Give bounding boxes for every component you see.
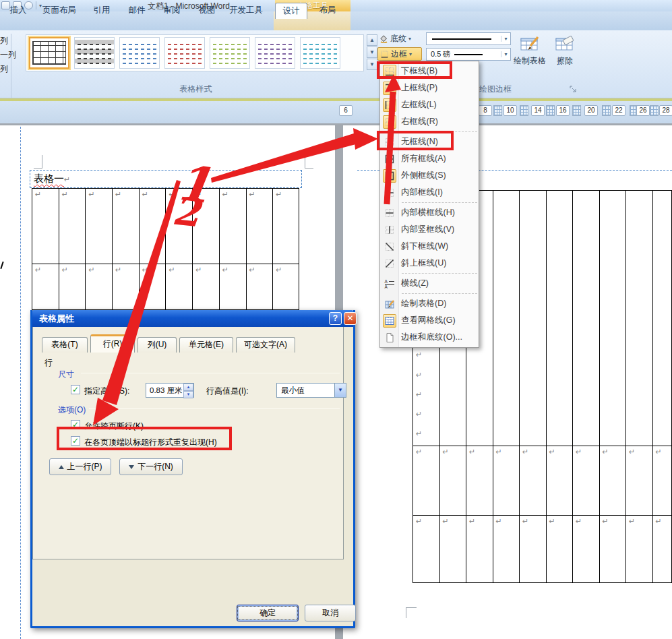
- table-cell[interactable]: ↵: [113, 189, 140, 264]
- menu-item-border-diagonal-down[interactable]: 斜下框线(W): [380, 238, 479, 255]
- spin-down-icon[interactable]: ▼: [183, 391, 193, 398]
- dialog-tab-单元格(E)[interactable]: 单元格(E): [179, 337, 233, 353]
- table-cell[interactable]: ↵: [32, 264, 59, 310]
- dialog-help-button[interactable]: ?: [329, 312, 342, 325]
- horizontal-ruler[interactable]: 6810141620222628: [0, 101, 672, 123]
- table-cell[interactable]: ↵: [220, 189, 247, 264]
- tab-布局[interactable]: 布局: [311, 3, 344, 19]
- table-cell[interactable]: ↵: [220, 264, 247, 310]
- table-cell[interactable]: ↵: [59, 189, 86, 264]
- borders-button[interactable]: 边框 ▾: [377, 47, 422, 61]
- table-cell[interactable]: ↵: [273, 264, 299, 310]
- table-style-thumb[interactable]: [300, 37, 340, 69]
- ruler-table-marker-icon[interactable]: [650, 105, 659, 116]
- table-cell[interactable]: ↵: [413, 446, 440, 515]
- row-height-select[interactable]: 最小值 ▼: [276, 383, 346, 398]
- table-style-thumb[interactable]: [119, 37, 160, 69]
- ruler-table-marker-icon[interactable]: [520, 105, 528, 116]
- table-cell[interactable]: ↵: [440, 515, 467, 583]
- menu-item-border-outside[interactable]: 外侧框线(S): [380, 167, 479, 184]
- table-cell[interactable]: ↵: [493, 515, 520, 583]
- menu-item-borders-shading[interactable]: 边框和底纹(O)...: [380, 329, 479, 346]
- spin-up-icon[interactable]: ▲: [183, 384, 193, 391]
- menu-item-border-inside-horizontal[interactable]: 内部横框线(H): [380, 204, 479, 221]
- menu-item-border-diagonal-up[interactable]: 斜上框线(U): [380, 255, 479, 272]
- table-cell[interactable]: ↵: [113, 264, 140, 310]
- menu-item-border-left[interactable]: 左框线(L): [380, 96, 479, 113]
- table-cell[interactable]: ↵: [547, 446, 574, 515]
- gallery-more-icon[interactable]: ▼: [367, 59, 377, 70]
- draw-borders-dialog-launcher-icon[interactable]: [570, 84, 577, 91]
- previous-row-button[interactable]: 上一行(P): [49, 458, 111, 475]
- table-cell[interactable]: ↵: [140, 189, 166, 264]
- table-cell[interactable]: ↵: [466, 446, 493, 515]
- tab-页面布局[interactable]: 页面布局: [36, 3, 82, 19]
- tab-设计[interactable]: 设计: [275, 3, 307, 19]
- dialog-tab-表格(T)[interactable]: 表格(T): [42, 337, 88, 353]
- menu-item-border-inside[interactable]: 内部框线(I): [380, 184, 479, 201]
- table-cell[interactable]: ↵: [86, 264, 113, 310]
- height-spinner[interactable]: 0.83 厘米 ▲▼: [146, 383, 194, 398]
- table-cell[interactable]: ↵: [32, 189, 59, 264]
- menu-item-border-top[interactable]: 上框线(P): [380, 80, 479, 96]
- repeat-header-checkbox[interactable]: ✓: [71, 436, 80, 446]
- allow-row-break-checkbox[interactable]: ✓: [71, 420, 80, 429]
- draw-table-button[interactable]: 绘制表格: [512, 32, 547, 71]
- table-cell[interactable]: [626, 191, 653, 446]
- tab-引用[interactable]: 引用: [88, 3, 116, 19]
- table-style-thumb[interactable]: [255, 37, 295, 69]
- dialog-title-bar[interactable]: 表格属性: [32, 310, 353, 327]
- table-cell[interactable]: ↵: [247, 264, 274, 310]
- table-cell[interactable]: ↵: [86, 189, 113, 264]
- menu-item-border-none[interactable]: 无框线(N): [380, 133, 479, 150]
- table-cell[interactable]: [520, 191, 547, 446]
- table-cell[interactable]: ↵: [166, 189, 193, 264]
- table-cell[interactable]: ↵: [59, 264, 86, 310]
- tab-开发工具[interactable]: 开发工具: [226, 3, 266, 19]
- ruler-table-marker-icon[interactable]: [546, 105, 555, 116]
- dialog-tab-行(R)[interactable]: 行(R): [90, 334, 135, 353]
- table-style-thumb[interactable]: [164, 37, 205, 69]
- menu-item-horizontal-line[interactable]: AA横线(Z): [380, 275, 479, 292]
- table-caption-text[interactable]: 表格一↵: [34, 173, 70, 185]
- table-cell[interactable]: [573, 191, 600, 446]
- table-cell[interactable]: ↵: [653, 446, 672, 515]
- ruler-table-marker-icon[interactable]: [572, 105, 581, 116]
- table-cell[interactable]: ↵: [520, 446, 547, 515]
- table-cell[interactable]: ↵: [273, 189, 299, 264]
- gallery-scroll-up-icon[interactable]: ▲: [367, 34, 377, 46]
- table-cell[interactable]: ↵: [653, 515, 672, 583]
- table-cell[interactable]: [493, 191, 520, 446]
- cancel-button[interactable]: 取消: [305, 605, 356, 621]
- combo-arrow-icon[interactable]: ▼: [334, 384, 346, 397]
- table-cell[interactable]: ↵: [626, 515, 653, 583]
- table-cell[interactable]: ↵: [600, 446, 627, 515]
- menu-item-draw-table[interactable]: 绘制表格(D): [380, 295, 479, 312]
- table-cell[interactable]: ↵: [600, 515, 627, 583]
- tab-审阅[interactable]: 审阅: [158, 3, 186, 19]
- table-cell[interactable]: [653, 191, 672, 446]
- tab-邮件[interactable]: 邮件: [123, 3, 151, 19]
- table-style-thumb[interactable]: [29, 37, 69, 69]
- table-cell[interactable]: ↵: [466, 515, 493, 583]
- menu-item-border-bottom[interactable]: 下框线(B): [380, 63, 479, 80]
- dialog-tab-列(U)[interactable]: 列(U): [138, 337, 177, 353]
- tab-视图[interactable]: 视图: [193, 3, 221, 19]
- eraser-button[interactable]: 擦除: [550, 32, 580, 71]
- ruler-table-marker-icon[interactable]: [493, 105, 502, 116]
- table-cell[interactable]: ↵: [440, 446, 467, 515]
- table-cell[interactable]: ↵: [547, 515, 574, 583]
- table-cell[interactable]: ↵: [166, 264, 193, 310]
- shading-button[interactable]: 底纹 ▾: [377, 32, 422, 45]
- table-cell[interactable]: ↵: [520, 515, 547, 583]
- ruler-table-marker-icon[interactable]: [602, 105, 611, 116]
- table-cell[interactable]: ↵: [626, 446, 653, 515]
- tab-插入[interactable]: 插入: [5, 3, 31, 19]
- table-cell[interactable]: [600, 191, 627, 446]
- table-cell[interactable]: ↵: [193, 189, 220, 264]
- table-style-thumb[interactable]: [74, 37, 115, 69]
- table-cell[interactable]: [547, 191, 574, 446]
- spinner-buttons[interactable]: ▲▼: [183, 384, 193, 397]
- table-cell[interactable]: ↵: [247, 189, 274, 264]
- line-style-combo[interactable]: ▾: [426, 32, 511, 45]
